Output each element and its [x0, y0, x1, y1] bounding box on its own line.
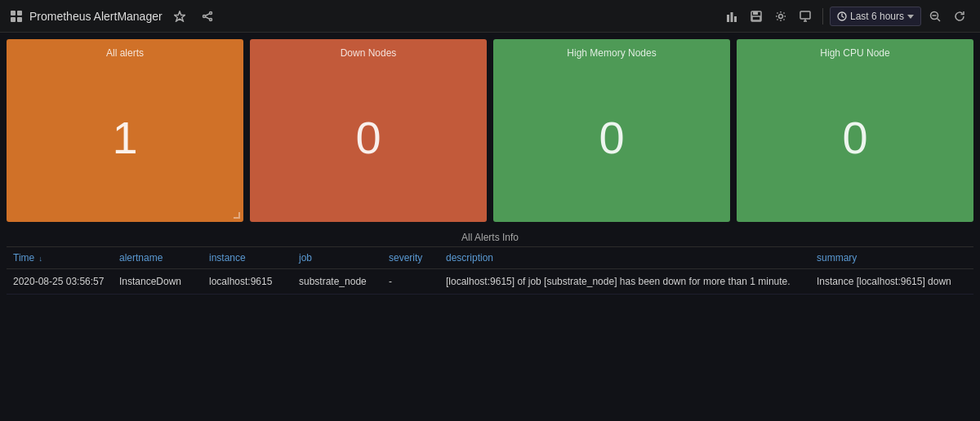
card-value-high-cpu: 0	[842, 59, 867, 215]
zoom-out-button[interactable]	[924, 7, 946, 25]
svg-line-9	[205, 16, 209, 18]
col-header-severity[interactable]: severity	[382, 247, 439, 269]
svg-rect-14	[753, 11, 758, 15]
table-section: All Alerts Info Time ↓ alertname instanc…	[7, 228, 973, 295]
cards-grid: All alerts 1 Down Nodes 0 High Memory No…	[0, 33, 980, 228]
svg-rect-10	[727, 15, 729, 22]
cell-summary: Instance [localhost:9615] down	[810, 269, 973, 295]
top-bar: Prometheus AlertManager	[0, 0, 980, 33]
card-down-nodes: Down Nodes 0	[250, 39, 487, 222]
svg-rect-3	[17, 17, 22, 22]
table-section-title: All Alerts Info	[7, 228, 973, 247]
cell-alertname: InstanceDown	[113, 269, 203, 295]
svg-marker-4	[174, 11, 185, 21]
card-high-memory: High Memory Nodes 0	[493, 39, 730, 222]
col-header-time[interactable]: Time ↓	[7, 247, 113, 269]
card-title-high-cpu: High CPU Node	[745, 47, 965, 59]
svg-rect-1	[17, 11, 22, 16]
svg-rect-17	[800, 11, 810, 19]
svg-point-5	[209, 11, 212, 14]
svg-marker-21	[907, 15, 914, 19]
card-corner-all-alerts	[234, 212, 240, 219]
table-header: Time ↓ alertname instance job severity d…	[7, 247, 973, 269]
col-header-summary[interactable]: summary	[810, 247, 973, 269]
alerts-table: Time ↓ alertname instance job severity d…	[7, 247, 973, 295]
sort-indicator-time: ↓	[39, 255, 43, 263]
col-header-alertname[interactable]: alertname	[113, 247, 203, 269]
table-body: 2020-08-25 03:56:57 InstanceDown localho…	[7, 269, 973, 295]
toolbar-right: Last 6 hours	[721, 7, 970, 26]
star-button[interactable]	[169, 7, 190, 25]
card-value-all-alerts: 1	[112, 59, 137, 215]
card-all-alerts: All alerts 1	[7, 39, 243, 222]
svg-rect-0	[11, 11, 16, 16]
cell-time: 2020-08-25 03:56:57	[7, 269, 113, 295]
col-header-description[interactable]: description	[439, 247, 810, 269]
svg-rect-15	[752, 16, 760, 20]
card-title-high-memory: High Memory Nodes	[501, 47, 722, 59]
refresh-button[interactable]	[949, 7, 970, 25]
time-range-button[interactable]: Last 6 hours	[830, 7, 921, 26]
share-button[interactable]	[197, 7, 218, 25]
time-range-label: Last 6 hours	[850, 11, 904, 22]
svg-point-16	[778, 14, 782, 18]
card-value-high-memory: 0	[599, 59, 624, 215]
svg-line-8	[205, 13, 209, 15]
bar-chart-button[interactable]	[721, 7, 742, 25]
cell-instance: localhost:9615	[203, 269, 292, 295]
card-high-cpu: High CPU Node 0	[737, 39, 973, 222]
card-value-down-nodes: 0	[355, 59, 381, 215]
col-header-instance[interactable]: instance	[203, 247, 292, 269]
svg-point-6	[203, 15, 205, 17]
cell-job: substrate_node	[292, 269, 382, 295]
cell-description: [localhost:9615] of job [substrate_node]…	[439, 269, 810, 295]
svg-point-7	[209, 18, 212, 20]
grid-icon	[10, 10, 23, 23]
app-header: Prometheus AlertManager	[10, 7, 218, 25]
svg-rect-12	[734, 16, 737, 22]
save-button[interactable]	[746, 7, 767, 25]
card-title-down-nodes: Down Nodes	[258, 47, 479, 59]
table-row: 2020-08-25 03:56:57 InstanceDown localho…	[7, 269, 973, 295]
card-title-all-alerts: All alerts	[15, 47, 235, 59]
app-title: Prometheus AlertManager	[29, 10, 163, 23]
cell-severity: -	[382, 269, 439, 295]
settings-button[interactable]	[770, 7, 791, 25]
col-header-job[interactable]: job	[292, 247, 382, 269]
svg-rect-11	[730, 12, 733, 22]
monitor-button[interactable]	[795, 7, 816, 25]
svg-rect-2	[11, 17, 16, 22]
svg-line-23	[938, 18, 941, 21]
